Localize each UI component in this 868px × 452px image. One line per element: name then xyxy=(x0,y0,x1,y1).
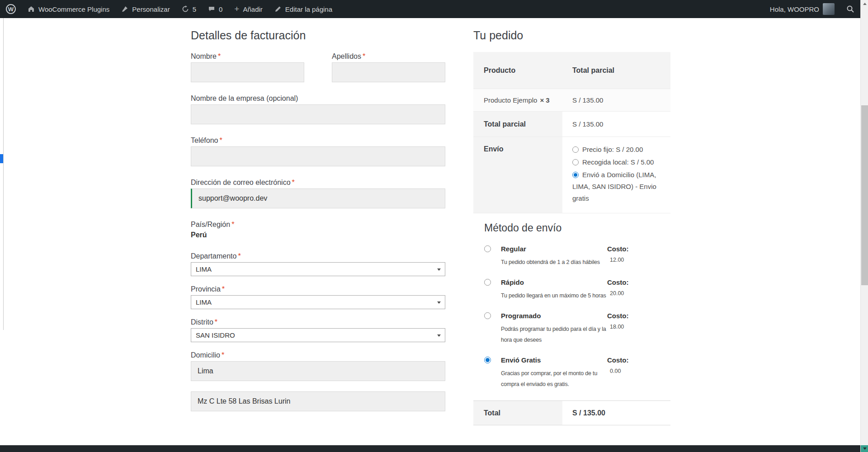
vertical-scrollbar[interactable] xyxy=(860,0,868,452)
wordpress-logo-icon: W xyxy=(6,4,16,14)
address1-input[interactable] xyxy=(191,361,445,381)
scrollbar-up-button[interactable] xyxy=(861,0,868,8)
method-description: Tu pedido obtendrá de 1 a 2 días hábiles xyxy=(501,257,610,268)
greeting-label: Hola, WOOPRO xyxy=(770,5,819,13)
email-label: Dirección de correo electrónico* xyxy=(191,178,445,187)
update-count: 5 xyxy=(193,5,196,13)
city-select-value: LIMA xyxy=(196,298,212,306)
shipping-options-list: Precio fijo: S / 20.00 Recogida local: S… xyxy=(572,137,664,212)
chevron-down-icon xyxy=(437,301,441,304)
arrow-down-icon xyxy=(863,447,867,450)
brush-icon xyxy=(121,5,128,13)
scrollbar-thumb[interactable] xyxy=(861,105,868,285)
bottom-bar xyxy=(0,445,860,452)
site-name-menu[interactable]: WooCommerce Plugins xyxy=(22,0,115,18)
admin-search[interactable] xyxy=(840,0,860,18)
order-item-name: Producto Ejemplo× 3 xyxy=(473,96,562,104)
comment-count: 0 xyxy=(219,5,222,13)
comments-menu[interactable]: 0 xyxy=(202,0,228,18)
plus-icon: + xyxy=(234,5,239,13)
last-name-input[interactable] xyxy=(332,62,445,82)
district-select[interactable]: SAN ISIDRO xyxy=(191,328,445,342)
avatar xyxy=(823,3,835,15)
method-rapido[interactable]: Rápido Costo: Tu pedido llegará en un má… xyxy=(484,278,629,301)
country-value: Perú xyxy=(191,231,445,239)
shipping-option-fixed[interactable]: Precio fijo: S / 20.00 xyxy=(572,144,664,155)
order-shipping-row: Envío Precio fijo: S / 20.00 Recogida lo… xyxy=(473,137,670,213)
new-content-menu[interactable]: + Añadir xyxy=(228,0,268,18)
total-value: S / 135.00 xyxy=(562,401,670,425)
required-mark: * xyxy=(231,221,234,228)
scrollbar-down-button[interactable] xyxy=(861,445,868,452)
country-label: País/Región* xyxy=(191,220,445,229)
order-item-total: S / 135.00 xyxy=(562,96,670,104)
phone-label: Teléfono* xyxy=(191,136,445,145)
method-cost: 18.00 xyxy=(610,324,624,330)
site-name-label: WooCommerce Plugins xyxy=(38,5,109,13)
radio-icon[interactable] xyxy=(484,245,491,252)
order-table-header: Producto Total parcial xyxy=(473,52,670,89)
method-description: Gracias por comprar, por el monto de tu … xyxy=(501,368,610,390)
district-select-value: SAN ISIDRO xyxy=(196,331,235,339)
radio-icon[interactable] xyxy=(484,312,491,319)
customize-menu[interactable]: Personalizar xyxy=(115,0,175,18)
order-review-section: Tu pedido Producto Total parcial Product… xyxy=(473,29,670,425)
method-envio-gratis[interactable]: Envió Gratis Costo: Gracias por comprar,… xyxy=(484,356,629,390)
chevron-down-icon xyxy=(437,268,441,271)
radio-icon[interactable] xyxy=(572,159,579,165)
billing-title: Detalles de facturación xyxy=(191,29,445,42)
pencil-icon xyxy=(274,5,282,13)
wp-logo-menu[interactable]: W xyxy=(0,0,22,18)
required-mark: * xyxy=(220,137,222,144)
method-cost: 0.00 xyxy=(610,368,621,374)
method-description: Podrás programar tu pedido para el día y… xyxy=(501,324,610,345)
email-input[interactable] xyxy=(191,188,445,208)
required-mark: * xyxy=(215,318,217,326)
method-regular[interactable]: Regular Costo: Tu pedido obtendrá de 1 a… xyxy=(484,245,629,268)
wp-admin-bar: W WooCommerce Plugins Personalizar 5 0 +… xyxy=(0,0,860,18)
required-mark: * xyxy=(222,285,225,293)
order-item-row: Producto Ejemplo× 3 S / 135.00 xyxy=(473,89,670,112)
edit-page-label: Editar la página xyxy=(285,5,332,13)
address1-label: Domicilio* xyxy=(191,351,445,359)
radio-icon[interactable] xyxy=(572,172,579,178)
company-input[interactable] xyxy=(191,104,445,124)
method-cost: 20.00 xyxy=(610,290,624,297)
shipping-methods-title: Método de envío xyxy=(484,222,670,234)
search-icon xyxy=(846,5,854,13)
required-mark: * xyxy=(218,52,221,60)
state-select-value: LIMA xyxy=(196,265,212,273)
subtotal-label: Total parcial xyxy=(473,112,562,137)
city-select[interactable]: LIMA xyxy=(191,295,445,309)
method-programado[interactable]: Programado Costo: Podrás programar tu pe… xyxy=(484,312,629,345)
last-name-label: Apellidos* xyxy=(332,52,445,61)
arrow-up-icon xyxy=(863,3,867,5)
updates-menu[interactable]: 5 xyxy=(176,0,202,18)
cost-label: Costo: xyxy=(607,312,629,320)
subtotal-column-header: Total parcial xyxy=(562,66,670,75)
method-cost: 12.00 xyxy=(610,257,624,263)
district-label: Distrito* xyxy=(191,318,445,326)
radio-icon[interactable] xyxy=(572,146,579,153)
method-description: Tu pedido llegará en un máximo de 5 hora… xyxy=(501,290,610,301)
cost-label: Costo: xyxy=(607,278,629,286)
admin-bar-right: Hola, WOOPRO xyxy=(764,0,860,18)
first-name-label: Nombre* xyxy=(191,52,304,61)
comments-bubble-icon xyxy=(208,5,215,13)
required-mark: * xyxy=(238,252,241,260)
state-select[interactable]: LIMA xyxy=(191,262,445,276)
address2-input[interactable] xyxy=(191,391,445,411)
shipping-label: Envío xyxy=(473,137,562,213)
left-blue-marker xyxy=(0,154,3,163)
my-account-menu[interactable]: Hola, WOOPRO xyxy=(764,0,840,18)
radio-icon[interactable] xyxy=(484,357,491,363)
order-total-row: Total S / 135.00 xyxy=(473,400,670,425)
shipping-option-local-pickup[interactable]: Recogida local: S / 5.00 xyxy=(572,156,664,168)
radio-icon[interactable] xyxy=(484,279,491,286)
order-table: Producto Total parcial Producto Ejemplo×… xyxy=(473,52,670,213)
shipping-option-home-delivery[interactable]: Envió a Domicilio (LIMA, LIMA, SAN ISIDR… xyxy=(572,169,664,204)
first-name-input[interactable] xyxy=(191,62,304,82)
phone-input[interactable] xyxy=(191,146,445,166)
city-label: Provincia* xyxy=(191,285,445,293)
edit-page-menu[interactable]: Editar la página xyxy=(269,0,338,18)
